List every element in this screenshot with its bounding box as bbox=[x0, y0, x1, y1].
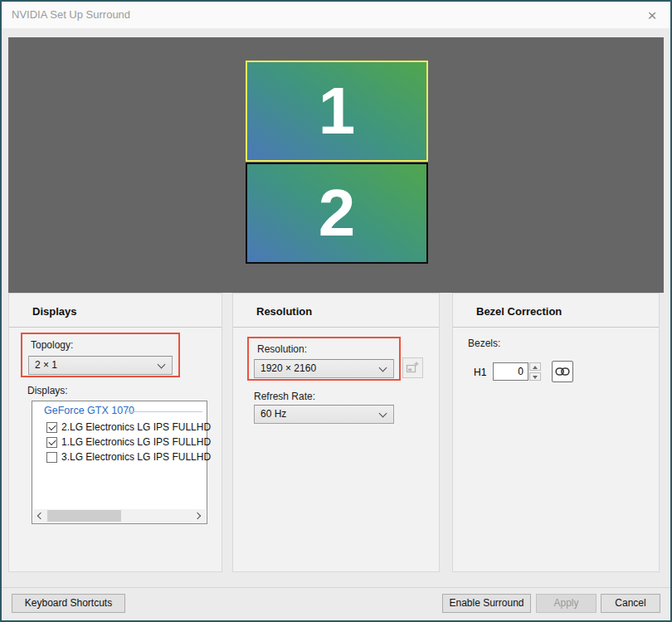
bezel-correction-panel: Bezel Correction Bezels: H1 bbox=[452, 293, 660, 572]
add-resolution-icon bbox=[406, 361, 420, 375]
link-bezels-button[interactable] bbox=[552, 361, 573, 382]
topology-value: 2 × 1 bbox=[35, 357, 57, 374]
displays-panel-title: Displays bbox=[32, 305, 76, 318]
resolution-value: 1920 × 2160 bbox=[261, 360, 316, 377]
resolution-label: Resolution: bbox=[257, 343, 307, 355]
title-bar: NVIDIA Set Up Surround × bbox=[2, 2, 670, 29]
refresh-rate-dropdown[interactable]: 60 Hz bbox=[254, 405, 394, 424]
display-checkbox[interactable] bbox=[46, 437, 57, 448]
resolution-highlight-box: Resolution: 1920 × 2160 bbox=[247, 337, 401, 381]
gpu-separator-line bbox=[127, 411, 202, 412]
display-checkbox[interactable] bbox=[46, 422, 57, 433]
monitor-preview-area: 1 2 bbox=[8, 37, 664, 293]
refresh-rate-value: 60 Hz bbox=[261, 406, 286, 423]
topology-dropdown[interactable]: 2 × 1 bbox=[28, 356, 173, 375]
bezels-label: Bezels: bbox=[468, 338, 500, 349]
topology-highlight-box: Topology: 2 × 1 bbox=[21, 333, 180, 377]
apply-button[interactable]: Apply bbox=[536, 594, 597, 613]
close-icon[interactable]: × bbox=[640, 4, 664, 27]
resolution-dropdown[interactable]: 1920 × 2160 bbox=[254, 359, 394, 378]
h1-spinner bbox=[529, 362, 541, 381]
horizontal-scrollbar[interactable] bbox=[33, 509, 206, 522]
footer-separator bbox=[2, 587, 670, 588]
displays-panel: Displays Topology: 2 × 1 Displays: GeFor… bbox=[8, 293, 222, 572]
display-checkbox[interactable] bbox=[46, 452, 57, 463]
panel-separator bbox=[453, 327, 659, 328]
display-item-label: 2.LG Electronics LG IPS FULLHD bbox=[61, 421, 211, 433]
gpu-name: GeForce GTX 1070 bbox=[44, 405, 134, 416]
refresh-rate-label: Refresh Rate: bbox=[254, 391, 315, 402]
resolution-panel: Resolution Resolution: 1920 × 2160 Refre… bbox=[232, 293, 440, 572]
spinner-up-icon[interactable] bbox=[529, 362, 541, 371]
monitor-1[interactable]: 1 bbox=[246, 61, 428, 162]
surround-setup-window: NVIDIA Set Up Surround × 1 2 Displays To… bbox=[0, 0, 672, 622]
spinner-down-icon[interactable] bbox=[529, 372, 541, 381]
scroll-left-icon[interactable] bbox=[33, 509, 46, 522]
display-list-item[interactable]: 3.LG Electronics LG IPS FULLHD bbox=[46, 450, 211, 464]
monitor-2-number: 2 bbox=[319, 180, 356, 246]
enable-surround-button[interactable]: Enable Surround bbox=[442, 594, 531, 613]
resolution-panel-title: Resolution bbox=[256, 305, 312, 318]
display-item-label: 1.LG Electronics LG IPS FULLHD bbox=[61, 436, 211, 448]
scrollbar-thumb[interactable] bbox=[47, 510, 121, 522]
window-title: NVIDIA Set Up Surround bbox=[12, 8, 130, 21]
panel-separator bbox=[9, 327, 222, 328]
monitor-2[interactable]: 2 bbox=[246, 163, 428, 264]
chevron-down-icon bbox=[379, 364, 387, 372]
add-custom-resolution-button[interactable] bbox=[402, 357, 423, 378]
chevron-down-icon bbox=[158, 361, 166, 369]
chain-link-icon bbox=[555, 367, 570, 377]
h1-bezel-input[interactable] bbox=[493, 362, 528, 381]
display-list-item[interactable]: 2.LG Electronics LG IPS FULLHD bbox=[46, 420, 211, 434]
display-item-label: 3.LG Electronics LG IPS FULLHD bbox=[61, 451, 211, 463]
displays-list-label: Displays: bbox=[27, 385, 68, 396]
bezel-panel-title: Bezel Correction bbox=[476, 305, 562, 318]
h1-label: H1 bbox=[474, 367, 486, 378]
topology-label: Topology: bbox=[31, 339, 73, 351]
scroll-right-icon[interactable] bbox=[192, 509, 206, 522]
cancel-button[interactable]: Cancel bbox=[601, 594, 660, 613]
panel-separator bbox=[233, 327, 439, 328]
chevron-down-icon bbox=[379, 410, 387, 418]
monitor-1-number: 1 bbox=[319, 78, 356, 144]
keyboard-shortcuts-button[interactable]: Keyboard Shortcuts bbox=[12, 594, 125, 613]
displays-listbox: GeForce GTX 1070 2.LG Electronics LG IPS… bbox=[32, 401, 207, 524]
display-list-item[interactable]: 1.LG Electronics LG IPS FULLHD bbox=[46, 435, 211, 449]
